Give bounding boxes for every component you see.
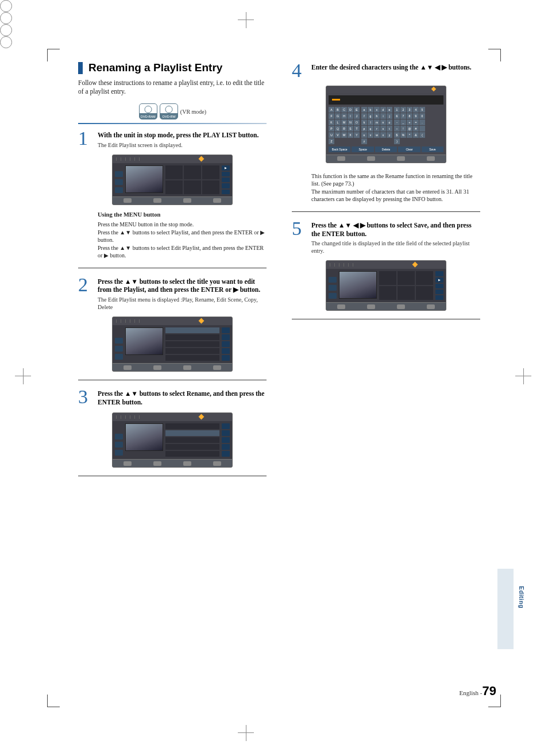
crop-mark <box>246 725 246 741</box>
keyboard-key: P <box>329 126 334 132</box>
keyboard-key: r <box>374 126 380 132</box>
keyboard-key: p <box>361 126 367 132</box>
divider <box>78 380 267 380</box>
page-footer: English -79 <box>459 684 496 699</box>
keyboard-key: i <box>380 113 386 119</box>
keyboard-key: u <box>361 132 367 138</box>
keyboard-key: C <box>341 107 347 113</box>
dvd-rw-icon: DVD-RW <box>160 103 178 119</box>
onscreen-keyboard-screenshot: ABCDEFGHIJKLMNOPQRSTUVWXYZ abcdefghijklm… <box>326 86 446 163</box>
keyboard-key: O <box>354 119 360 125</box>
corner-mark <box>47 49 60 61</box>
keyboard-action: Save <box>422 146 443 152</box>
keyboard-key <box>419 126 425 132</box>
keyboard-key: - <box>394 119 400 125</box>
keyboard-key: X <box>348 132 353 138</box>
keyboard-key: 6 <box>394 113 400 119</box>
keyboard-key: Y <box>354 132 360 138</box>
keyboard-key: 3 <box>407 107 412 113</box>
step-number: 2 <box>78 276 98 294</box>
vr-mode-label: (VR mode) <box>180 108 206 114</box>
keyboard-key: Z <box>329 138 334 144</box>
saved-title-screenshot: ▶ <box>326 260 446 311</box>
divider <box>78 123 267 124</box>
keyboard-key: 0 <box>419 113 425 119</box>
keyboard-key: _ <box>400 119 406 125</box>
keyboard-key: A <box>329 107 334 113</box>
crop-mark <box>23 368 24 384</box>
keyboard-key: L <box>335 119 341 125</box>
keyboard-key: s <box>380 126 386 132</box>
corner-mark <box>47 695 60 707</box>
step-number: 4 <box>292 62 311 80</box>
keyboard-key: ^ <box>407 132 412 138</box>
keyboard-key: 1 <box>394 107 400 113</box>
section-tab-label: Editing <box>518 586 525 608</box>
page-number: 79 <box>483 684 496 698</box>
keyboard-key: W <box>341 132 347 138</box>
keyboard-key: @ <box>407 126 412 132</box>
keyboard-key: ! <box>400 126 406 132</box>
section-tab-bg <box>497 569 514 649</box>
keyboard-action: Back Space <box>329 146 350 152</box>
step-2-sub: The Edit Playlist menu is displayed :Pla… <box>98 296 267 311</box>
step-3: 3 Press the ▲▼ buttons to select Rename,… <box>78 388 267 407</box>
keyboard-key: 4 <box>413 107 419 113</box>
step-1-text: With the unit in stop mode, press the PL… <box>98 132 258 138</box>
keyboard-key: E <box>354 107 360 113</box>
crop-mark <box>523 368 524 384</box>
menu-line: Press the ▲▼ buttons to select Playlist,… <box>98 229 267 244</box>
section-title: Renaming a Playlist Entry <box>78 62 267 74</box>
crop-mark <box>0 0 12 12</box>
keyboard-key: x <box>380 132 386 138</box>
crop-mark <box>0 12 12 24</box>
keyboard-key: U <box>329 132 334 138</box>
dvd-ram-icon: DVD-RAM <box>139 103 157 119</box>
keyboard-key: y <box>387 132 392 138</box>
note-line: The maximum number of characters that ca… <box>311 188 480 203</box>
step-1-sub: The Edit Playlist screen is displayed. <box>98 141 267 149</box>
step-number: 5 <box>292 220 311 238</box>
step-3-text: Press the ▲▼ buttons to select Rename, a… <box>98 390 264 406</box>
step-4-note: This function is the same as the Rename … <box>311 172 480 203</box>
keyboard-key: g <box>368 113 373 119</box>
keyboard-key: K <box>329 119 334 125</box>
keyboard-key: z <box>361 138 367 144</box>
menu-header: Using the MENU button <box>98 211 267 219</box>
keyboard-key: R <box>341 126 347 132</box>
keyboard-action: Clear <box>398 146 420 152</box>
keyboard-key: ~ <box>394 126 400 132</box>
step-5-text: Press the ▲▼ ◀ ▶ buttons to select Save,… <box>311 222 472 237</box>
keyboard-key: T <box>354 126 360 132</box>
keyboard-key: H <box>341 113 347 119</box>
menu-instructions: Using the MENU button Press the MENU but… <box>98 211 267 260</box>
keyboard-key: j <box>387 113 392 119</box>
step-number: 3 <box>78 388 98 406</box>
keyboard-key: o <box>387 119 392 125</box>
step-4: 4 Enter the desired characters using the… <box>292 62 480 80</box>
keyboard-key: b <box>368 107 373 113</box>
keyboard-key: D <box>348 107 353 113</box>
keyboard-key: % <box>400 132 406 138</box>
crop-mark <box>0 36 12 48</box>
keyboard-key: ( <box>419 132 425 138</box>
keyboard-key: # <box>413 126 419 132</box>
crop-mark <box>246 12 246 28</box>
keyboard-key: G <box>335 113 341 119</box>
keyboard-key: M <box>341 119 347 125</box>
keyboard-key: F <box>329 113 334 119</box>
keyboard-key: + <box>407 119 412 125</box>
keyboard-key: ) <box>394 138 400 144</box>
keyboard-key: l <box>368 119 373 125</box>
step-1: 1 With the unit in stop mode, press the … <box>78 130 267 149</box>
rename-select-screenshot <box>112 412 233 468</box>
menu-line: Press the MENU button in the stop mode. <box>98 221 267 229</box>
keyboard-key: t <box>387 126 392 132</box>
keyboard-key: w <box>374 132 380 138</box>
divider <box>292 319 480 319</box>
keyboard-key: B <box>335 107 341 113</box>
step-5-sub: The changed title is displayed in the ti… <box>311 240 480 254</box>
keyboard-key: v <box>368 132 373 138</box>
step-4-text: Enter the desired characters using the ▲… <box>311 64 472 71</box>
playlist-menu-screenshot <box>112 317 233 372</box>
